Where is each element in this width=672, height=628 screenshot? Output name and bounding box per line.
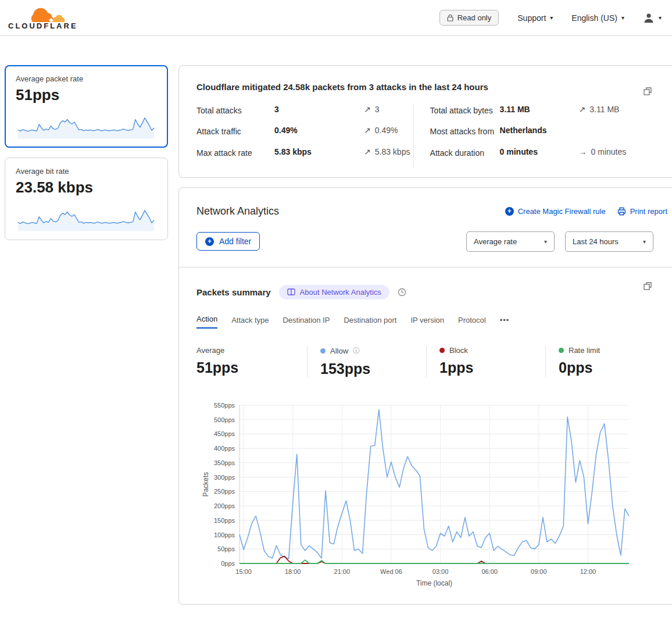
tab-ip-version[interactable]: IP version: [410, 316, 444, 329]
add-filter-label: Add filter: [219, 237, 251, 246]
read-only-label: Read only: [457, 13, 492, 22]
svg-text:300pps: 300pps: [214, 474, 235, 481]
packets-summary-title: Packets summary: [196, 287, 271, 297]
legend-stats-row: Average 51pps Allow ⓘ 153pps: [196, 346, 667, 377]
history-clock-icon[interactable]: [398, 288, 406, 297]
print-report-link[interactable]: Print report: [617, 207, 667, 216]
stat-value: 0pps: [559, 359, 650, 376]
svg-text:150pps: 150pps: [214, 517, 235, 524]
stat-label: Rate limit: [569, 346, 600, 355]
svg-text:500pps: 500pps: [214, 416, 235, 423]
packets-time-series-chart: 0pps50pps100pps150pps200pps250pps300pps3…: [199, 398, 667, 593]
metric-card-label: Average bit rate: [16, 167, 157, 176]
stat-label: Allow: [330, 347, 348, 355]
about-pill-label: About Network Analytics: [300, 288, 381, 297]
chevron-down-icon: ▾: [550, 15, 553, 21]
copy-icon[interactable]: [643, 87, 652, 96]
tab-destination-ip[interactable]: Destination IP: [283, 316, 330, 329]
stat-average: Average 51pps: [196, 346, 307, 377]
summary-row: Attack duration 0 minutes →0 minutes: [430, 147, 667, 159]
stat-value: 1pps: [439, 359, 531, 376]
account-menu[interactable]: ▾: [643, 12, 662, 24]
metric-card-packet-rate[interactable]: Average packet rate 51pps: [5, 65, 168, 148]
chevron-down-icon: ▾: [659, 15, 662, 21]
attack-summary-title: Cloudflare mitigated 24.58k packets from…: [196, 82, 667, 92]
chevron-down-icon: ▾: [621, 15, 624, 21]
page-title: Network Analytics: [196, 205, 279, 217]
support-menu[interactable]: Support ▾: [517, 13, 553, 23]
stat-label: Block: [449, 346, 468, 355]
about-network-analytics-pill[interactable]: About Network Analytics: [279, 285, 389, 299]
svg-text:100pps: 100pps: [214, 531, 235, 538]
svg-text:450pps: 450pps: [214, 430, 235, 437]
stat-value: 153pps: [320, 361, 412, 377]
book-icon: [287, 288, 295, 295]
stat-value: 51pps: [196, 359, 293, 376]
summary-row-value: 3.11 MB: [500, 105, 574, 114]
info-icon[interactable]: ⓘ: [353, 346, 360, 356]
summary-row-value: 0 minutes: [500, 147, 574, 156]
summary-row-label: Total attacks: [196, 105, 270, 116]
more-tabs-button[interactable]: •••: [500, 316, 510, 329]
svg-text:250pps: 250pps: [214, 488, 235, 495]
block-legend-dot: [439, 348, 445, 353]
time-range-select[interactable]: Last 24 hours ▾: [565, 231, 653, 252]
language-menu[interactable]: English (US) ▾: [571, 13, 624, 23]
svg-text:550pps: 550pps: [214, 402, 235, 409]
tab-attack-type[interactable]: Attack type: [231, 316, 269, 329]
plus-icon: +: [205, 237, 214, 246]
summary-row-label: Total attack bytes: [430, 105, 495, 116]
tab-destination-port[interactable]: Destination port: [344, 316, 396, 329]
svg-text:03:00: 03:00: [432, 568, 449, 575]
trend-up-icon: ↗: [364, 147, 371, 156]
summary-row: Max attack rate 5.83 kbps ↗5.83 kbps: [196, 147, 413, 159]
summary-row: Total attack bytes 3.11 MB ↗3.11 MB: [430, 105, 667, 116]
metric-card-value: 23.58 kbps: [16, 179, 157, 197]
svg-text:15:00: 15:00: [235, 568, 252, 575]
metric-card-label: Average packet rate: [16, 74, 157, 83]
summary-row-delta: 5.83 kbps: [375, 147, 410, 156]
stat-block: Block 1pps: [426, 346, 545, 377]
tab-protocol[interactable]: Protocol: [458, 316, 486, 329]
svg-text:Time (local): Time (local): [416, 579, 452, 587]
metric-card-value: 51pps: [16, 86, 157, 104]
chevron-down-icon: ▾: [643, 238, 646, 245]
user-avatar-icon: [643, 12, 655, 24]
tab-action[interactable]: Action: [196, 315, 217, 329]
metric-select[interactable]: Average rate ▾: [466, 231, 555, 252]
summary-row: Attack traffic 0.49% ↗0.49%: [196, 126, 413, 137]
metric-sidebar: Average packet rate 51pps Average bit ra…: [5, 65, 168, 240]
copy-icon[interactable]: [643, 281, 652, 291]
summary-row: Total attacks 3 ↗3: [196, 105, 413, 116]
network-analytics-card: Network Analytics + Create Magic Firewal…: [178, 187, 672, 605]
create-magic-firewall-rule-link[interactable]: + Create Magic Firewall rule: [505, 207, 606, 216]
summary-row-label: Attack traffic: [196, 126, 270, 137]
rate-limit-legend-dot: [559, 348, 564, 353]
summary-row-value: 5.83 kbps: [274, 147, 359, 156]
bit-rate-sparkline: [16, 201, 156, 233]
svg-text:400pps: 400pps: [214, 445, 235, 452]
trend-up-icon: ↗: [579, 105, 586, 114]
allow-legend-dot: [320, 348, 326, 354]
add-filter-button[interactable]: + Add filter: [196, 232, 260, 251]
lock-icon: [447, 14, 453, 22]
summary-row-label: Most attacks from: [430, 126, 495, 137]
metric-card-bit-rate[interactable]: Average bit rate 23.58 kbps: [5, 158, 168, 240]
cloudflare-logo[interactable]: CLOUDFLARE: [8, 6, 78, 30]
top-header: CLOUDFLARE Read only Support ▾ English (…: [0, 0, 672, 36]
summary-right-column: Total attack bytes 3.11 MB ↗3.11 MB Most…: [413, 105, 667, 168]
summary-row-value: Netherlands: [500, 126, 574, 135]
summary-left-column: Total attacks 3 ↗3 Attack traffic 0.49% …: [196, 105, 413, 168]
summary-row-value: 0.49%: [274, 126, 359, 135]
trend-up-icon: ↗: [364, 105, 371, 114]
arrow-right-icon: →: [579, 147, 587, 156]
svg-text:Packets: Packets: [202, 472, 210, 497]
summary-row-delta: 3: [375, 105, 380, 114]
summary-row-delta: 0.49%: [375, 126, 398, 135]
svg-text:200pps: 200pps: [214, 502, 235, 509]
plus-icon: +: [505, 207, 514, 216]
metric-select-value: Average rate: [474, 237, 517, 246]
svg-text:50pps: 50pps: [217, 545, 235, 552]
summary-row-label: Attack duration: [430, 147, 495, 159]
trend-up-icon: ↗: [364, 126, 371, 135]
